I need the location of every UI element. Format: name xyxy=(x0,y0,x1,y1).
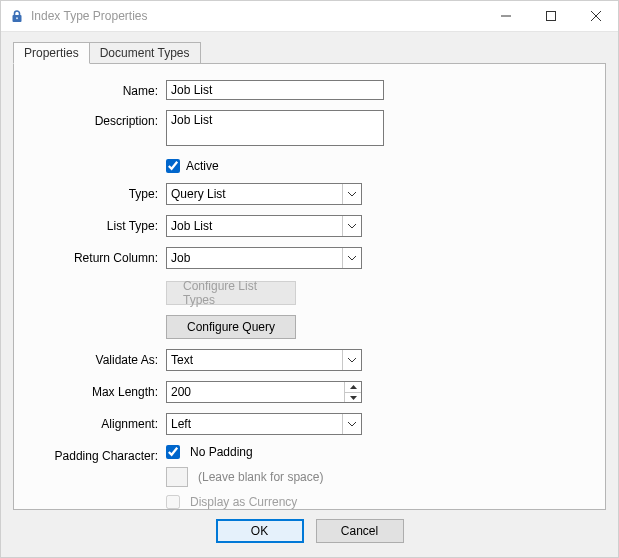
max-length-spinner[interactable]: 200 xyxy=(166,381,362,403)
chevron-down-icon xyxy=(342,350,361,370)
list-type-select-value: Job List xyxy=(167,219,342,233)
max-length-label: Max Length: xyxy=(38,381,158,399)
active-checkbox[interactable] xyxy=(166,159,180,173)
maximize-button[interactable] xyxy=(528,1,573,31)
name-input[interactable] xyxy=(166,80,384,100)
chevron-down-icon xyxy=(342,414,361,434)
chevron-down-icon xyxy=(342,248,361,268)
validate-as-select-value: Text xyxy=(167,353,342,367)
description-label: Description: xyxy=(38,110,158,128)
name-label: Name: xyxy=(38,80,158,98)
tab-document-types[interactable]: Document Types xyxy=(89,42,201,63)
validate-as-select[interactable]: Text xyxy=(166,349,362,371)
chevron-down-icon xyxy=(342,216,361,236)
ok-button[interactable]: OK xyxy=(216,519,304,543)
alignment-label: Alignment: xyxy=(38,413,158,431)
cancel-button[interactable]: Cancel xyxy=(316,519,404,543)
tab-panel-properties: Name: Description: Job List Active Type: xyxy=(13,63,606,510)
no-padding-checkbox[interactable] xyxy=(166,445,180,459)
display-currency-label: Display as Currency xyxy=(190,495,297,509)
list-type-select[interactable]: Job List xyxy=(166,215,362,237)
index-type-properties-window: Index Type Properties Properties Documen… xyxy=(0,0,619,558)
alignment-select[interactable]: Left xyxy=(166,413,362,435)
return-column-label: Return Column: xyxy=(38,247,158,265)
configure-query-button[interactable]: Configure Query xyxy=(166,315,296,339)
chevron-down-icon xyxy=(342,184,361,204)
leave-blank-label: (Leave blank for space) xyxy=(198,470,323,484)
padding-character-input xyxy=(166,467,188,487)
minimize-button[interactable] xyxy=(483,1,528,31)
tab-properties[interactable]: Properties xyxy=(13,42,90,64)
padding-character-label: Padding Character: xyxy=(38,445,158,463)
validate-as-label: Validate As: xyxy=(38,349,158,367)
svg-rect-2 xyxy=(546,12,555,21)
svg-point-1 xyxy=(16,17,18,19)
display-currency-checkbox xyxy=(166,495,180,509)
spinner-down-icon[interactable] xyxy=(345,392,361,403)
tab-strip: Properties Document Types xyxy=(13,42,606,63)
type-select-value: Query List xyxy=(167,187,342,201)
spinner-up-icon[interactable] xyxy=(345,382,361,392)
return-column-select-value: Job xyxy=(167,251,342,265)
alignment-select-value: Left xyxy=(167,417,342,431)
list-type-label: List Type: xyxy=(38,215,158,233)
type-select[interactable]: Query List xyxy=(166,183,362,205)
no-padding-label: No Padding xyxy=(190,445,253,459)
window-title: Index Type Properties xyxy=(31,9,148,23)
client-area: Properties Document Types Name: Descript… xyxy=(1,32,618,557)
description-input[interactable]: Job List xyxy=(166,110,384,146)
close-button[interactable] xyxy=(573,1,618,31)
active-label: Active xyxy=(186,159,219,173)
titlebar: Index Type Properties xyxy=(1,1,618,32)
configure-list-types-button: Configure List Types xyxy=(166,281,296,305)
lock-icon xyxy=(9,8,25,24)
max-length-value: 200 xyxy=(167,382,344,402)
return-column-select[interactable]: Job xyxy=(166,247,362,269)
dialog-footer: OK Cancel xyxy=(13,510,606,551)
type-label: Type: xyxy=(38,183,158,201)
